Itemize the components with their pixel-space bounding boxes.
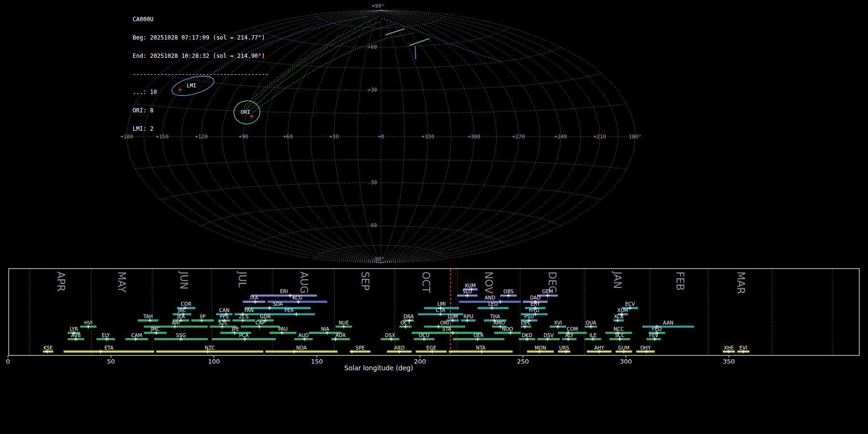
shower-code: CAM bbox=[131, 333, 142, 338]
shower-code: ARI bbox=[172, 320, 180, 326]
count-sporadic: ...: 10 bbox=[133, 89, 269, 95]
month-label-oct: OCT bbox=[420, 271, 432, 293]
shower-dpc: DPC bbox=[521, 320, 531, 329]
shower-code: PER bbox=[285, 308, 294, 313]
shower-dsv: DSV bbox=[537, 333, 560, 341]
shower-code: AMO bbox=[494, 320, 505, 326]
shower-code: NUE bbox=[339, 320, 349, 326]
shower-code: ALY bbox=[565, 333, 574, 338]
shower-code: GEM bbox=[542, 289, 553, 294]
lon-label: +180 bbox=[121, 134, 134, 140]
shower-ege: EGE bbox=[416, 345, 447, 354]
month-label-may: MAY bbox=[116, 271, 127, 293]
shower-code: OBS bbox=[503, 289, 514, 294]
shower-code: JMC bbox=[150, 326, 160, 332]
shower-code: AUR bbox=[336, 333, 346, 338]
count-lmi: LMI: 2 bbox=[133, 126, 269, 132]
session-begin: Beg: 20251028 07:17:09 (sol = 214.77°) bbox=[133, 35, 269, 41]
shower-iip: IIP bbox=[191, 314, 214, 323]
shower-spe: SPE bbox=[350, 345, 371, 354]
shower-code: ZCS bbox=[239, 314, 249, 319]
shower-rpu: RPU bbox=[461, 314, 475, 323]
shower-peak-marker bbox=[436, 325, 440, 328]
shower-code: PAU bbox=[278, 326, 288, 332]
x-axis-label: Solar longitude (deg) bbox=[344, 364, 413, 372]
shower-code: STA bbox=[442, 326, 451, 332]
shower-activity-bar bbox=[251, 295, 317, 297]
lat-label: -30 bbox=[367, 179, 377, 186]
shower-code: PSU bbox=[524, 314, 534, 319]
month-label-nov: NOV bbox=[483, 271, 494, 294]
shower-code: THA bbox=[489, 314, 500, 319]
shower-code: ARD bbox=[394, 345, 405, 351]
shower-ohy: OHY bbox=[636, 345, 654, 354]
shower-dsx: DSX bbox=[381, 333, 399, 341]
shower-activity-bar bbox=[138, 319, 159, 321]
shower-nta: NTA bbox=[449, 345, 513, 354]
month-label-jan: JAN bbox=[611, 271, 623, 289]
shower-code: ECV bbox=[625, 301, 635, 307]
shower-activity-bar bbox=[558, 351, 570, 353]
station-id: CA000U bbox=[133, 16, 269, 23]
x-tick-label: 50 bbox=[107, 358, 115, 365]
shower-code: DKD bbox=[522, 333, 532, 338]
shower-code: FAN bbox=[244, 308, 254, 313]
shower-dkd: DKD bbox=[519, 333, 535, 341]
shower-obs: OBS bbox=[500, 289, 516, 298]
shower-code: NOO bbox=[502, 326, 513, 332]
shower-code: GDR bbox=[260, 314, 271, 319]
shower-code: LMI bbox=[437, 301, 446, 307]
shower-code: DAD bbox=[530, 295, 541, 300]
month-labels: APRMAYJUNJULAUGSEPOCTNOVDECJANFEBMAR bbox=[55, 271, 746, 294]
shower-nue: NUE bbox=[336, 320, 352, 329]
shower-bars: KUMERISLDOBSGEMIXAKCGANDDADCORSDALMILEOE… bbox=[43, 283, 749, 354]
shower-peak-marker bbox=[288, 294, 292, 298]
activity-timeline: APRMAYJUNJULAUGSEPOCTNOVDECJANFEBMARKUME… bbox=[6, 269, 859, 372]
lon-label: +300 bbox=[468, 134, 481, 140]
month-label-jun: JUN bbox=[178, 271, 190, 289]
month-label-mar: MAR bbox=[735, 271, 746, 294]
shower-code: COM bbox=[567, 326, 578, 332]
meteor-trail bbox=[250, 24, 395, 110]
shower-code: AND bbox=[485, 295, 495, 300]
meteor-radiant-screen: +180+150+120+90+60+30+0+330+300+270+240+… bbox=[0, 0, 868, 434]
lon-label: +0 bbox=[378, 134, 384, 140]
month-label-apr: APR bbox=[55, 271, 67, 292]
shower-code: XCB bbox=[614, 314, 624, 319]
shower-qua: QUA bbox=[585, 320, 597, 329]
shower-peak-marker bbox=[498, 300, 502, 304]
count-ori: ORI: 8 bbox=[133, 108, 269, 114]
lon-label: +210 bbox=[593, 134, 606, 140]
shower-code: AHY bbox=[594, 345, 604, 351]
shower-code: SCC bbox=[615, 333, 624, 338]
shower-code: HYD bbox=[529, 308, 540, 313]
shower-peak-marker bbox=[268, 306, 271, 310]
month-label-jul: JUL bbox=[236, 271, 248, 288]
shower-code: SDA bbox=[273, 301, 283, 307]
shower-peak-marker bbox=[295, 312, 298, 316]
x-tick-label: 300 bbox=[620, 358, 632, 365]
separator-line: --------------------------------------- bbox=[133, 71, 269, 78]
x-tick-label: 0 bbox=[6, 358, 10, 365]
shower-code: MON bbox=[535, 345, 546, 351]
shower-ile: ILE bbox=[585, 333, 601, 341]
shower-code: DSX bbox=[385, 333, 395, 338]
shower-code: EVI bbox=[739, 345, 747, 351]
shower-code: PCA bbox=[239, 333, 249, 338]
shower-code: URS bbox=[559, 345, 569, 351]
lon-label: +60 bbox=[283, 134, 293, 140]
x-tick-label: 100 bbox=[208, 358, 220, 365]
lon-label: +30 bbox=[329, 134, 339, 140]
shower-code: FEV bbox=[649, 333, 658, 338]
shower-ard: ARD bbox=[387, 345, 411, 354]
session-end: End: 20251028 10:28:32 (sol = 214.90°) bbox=[133, 53, 269, 59]
lon-label: +240 bbox=[554, 134, 567, 140]
shower-xhe: XHE bbox=[723, 345, 735, 354]
shower-code: KSE bbox=[43, 345, 53, 351]
shower-code: NZC bbox=[204, 345, 215, 351]
lon-label: +330 bbox=[421, 134, 434, 140]
shower-code: IXA bbox=[250, 295, 258, 300]
shower-peak-marker bbox=[350, 350, 354, 353]
shower-code: COR bbox=[181, 301, 191, 307]
shower-code: LUM bbox=[448, 314, 458, 319]
